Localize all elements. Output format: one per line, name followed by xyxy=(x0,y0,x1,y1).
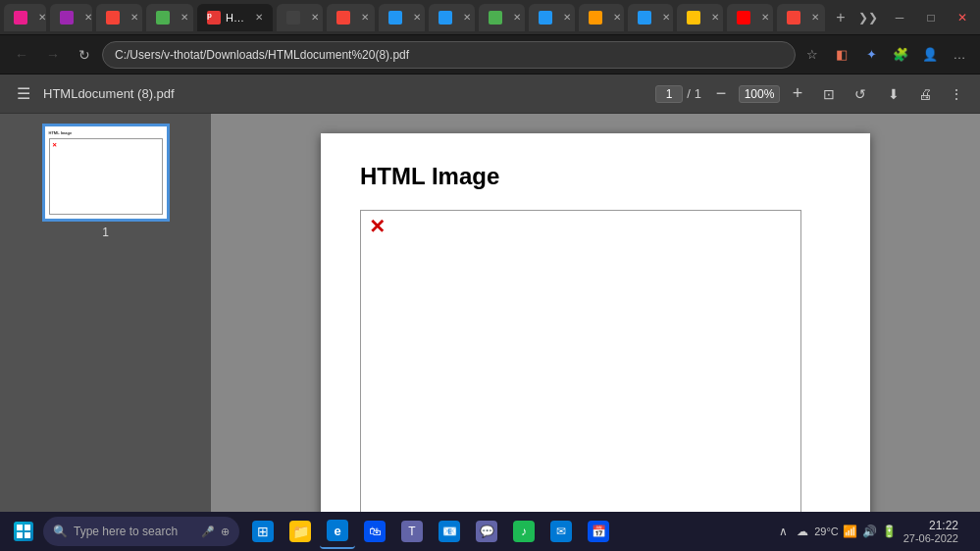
tray-network[interactable]: 📶 xyxy=(843,524,858,539)
browser-tab-tab-plum2[interactable]: Plum✕ xyxy=(50,4,92,31)
taskbar-teams[interactable]: T xyxy=(394,514,430,549)
taskbar-spotify[interactable]: ♪ xyxy=(506,514,542,549)
tab-close-button[interactable]: ✕ xyxy=(761,12,769,23)
taskbar-store[interactable]: 🛍 xyxy=(357,514,392,549)
window-controls: ❯❯ ─ □ ✕ xyxy=(854,4,976,31)
browser-tab-tab-micro1[interactable]: Micro...✕ xyxy=(429,4,475,31)
taskbar-search-camera[interactable]: ⊕ xyxy=(221,526,230,538)
forward-button[interactable]: → xyxy=(39,41,67,69)
tab-close-button[interactable]: ✕ xyxy=(38,12,46,23)
tab-close-button[interactable]: ✕ xyxy=(563,12,571,23)
pdf-menu-button[interactable]: ☰ xyxy=(10,80,37,108)
browser-tab-tab-pdf[interactable]: pHTMLdocument (8).pdf✕ xyxy=(197,4,273,31)
fit-page-button[interactable]: ⊡ xyxy=(815,80,843,108)
taskbar-task-view[interactable]: ⊞ xyxy=(245,514,281,549)
svg-rect-3 xyxy=(25,532,30,538)
chat-icon: 💬 xyxy=(476,521,497,542)
browser-tab-tab-flow[interactable]: Flow...✕ xyxy=(579,4,623,31)
copilot-icon[interactable]: ✦ xyxy=(858,42,884,68)
start-button[interactable] xyxy=(6,514,41,549)
pdf-download-button[interactable]: ⬇ xyxy=(880,80,907,108)
taskbar-calendar[interactable]: 📅 xyxy=(581,514,616,549)
browser-tab-tab-how[interactable]: How ...✕ xyxy=(628,4,673,31)
browser-tab-tab-plum1[interactable]: Plum✕ xyxy=(4,4,46,31)
tabs-expand-button[interactable]: ❯❯ xyxy=(854,4,882,31)
show-desktop-button[interactable] xyxy=(964,514,974,549)
taskbar-edge[interactable]: e xyxy=(320,514,355,549)
browser-tab-tab-agree[interactable]: Agree...✕ xyxy=(146,4,193,31)
tab-close-button[interactable]: ✕ xyxy=(181,12,188,23)
pdf-page-separator: / xyxy=(687,86,691,101)
reload-button[interactable]: ↻ xyxy=(71,41,98,69)
zoom-in-button[interactable]: + xyxy=(784,80,811,108)
browser-tab-tab-test[interactable]: Testh...✕ xyxy=(277,4,323,31)
rotate-button[interactable]: ↺ xyxy=(847,80,874,108)
tab-close-button[interactable]: ✕ xyxy=(361,12,369,23)
tab-close-button[interactable]: ✕ xyxy=(311,12,319,23)
browser-tab-tab-tube[interactable]: You T...✕ xyxy=(727,4,773,31)
browser-tab-tab-power2[interactable]: Power...✕ xyxy=(777,4,825,31)
maximize-button[interactable]: □ xyxy=(917,4,945,31)
tab-close-button[interactable]: ✕ xyxy=(613,12,621,23)
main-area: HTML Image ✕ 1 HTML Image ✕ xyxy=(0,114,980,512)
tab-favicon xyxy=(589,11,602,25)
taskbar-mail[interactable]: ✉ xyxy=(543,514,579,549)
extensions-icon[interactable]: 🧩 xyxy=(888,42,913,68)
tray-weather[interactable]: ☁ xyxy=(795,524,810,539)
browser-tab-tab-docu[interactable]: Docu...✕ xyxy=(529,4,575,31)
thumb-broken-icon: ✕ xyxy=(52,141,57,148)
taskbar: 🔍 Type here to search 🎤 ⊕ ⊞ 📁 e 🛍 T 📧 💬 … xyxy=(0,512,980,551)
tab-favicon xyxy=(286,11,300,25)
favorites-icon[interactable]: ☆ xyxy=(799,42,825,68)
thumbnail-frame: HTML Image ✕ xyxy=(42,124,170,222)
pdf-page-input[interactable] xyxy=(655,85,683,103)
tab-close-button[interactable]: ✕ xyxy=(413,12,421,23)
tab-close-button[interactable]: ✕ xyxy=(84,12,92,23)
tab-favicon xyxy=(336,11,350,25)
zoom-out-button[interactable]: − xyxy=(707,80,735,108)
back-button[interactable]: ← xyxy=(8,41,35,69)
tab-close-button[interactable]: ✕ xyxy=(255,12,263,23)
tab-close-button[interactable]: ✕ xyxy=(130,12,138,23)
tab-close-button[interactable]: ✕ xyxy=(513,12,521,23)
tray-battery[interactable]: 🔋 xyxy=(882,524,898,539)
minimize-button[interactable]: ─ xyxy=(886,4,913,31)
tab-favicon xyxy=(787,11,800,25)
user-profile-icon[interactable]: 👤 xyxy=(917,42,943,68)
taskbar-search-box[interactable]: 🔍 Type here to search 🎤 ⊕ xyxy=(43,517,239,546)
pdf-print-button[interactable]: 🖨 xyxy=(911,80,939,108)
browser-tab-tab-red[interactable]: Micro...✕ xyxy=(96,4,142,31)
pdf-zoom-input[interactable] xyxy=(739,85,780,103)
taskbar-clock[interactable]: 21:22 27-06-2022 xyxy=(903,519,958,544)
url-input[interactable] xyxy=(102,41,796,69)
settings-more-icon[interactable]: … xyxy=(947,42,972,68)
tab-favicon xyxy=(388,11,402,25)
taskbar-outlook[interactable]: 📧 xyxy=(432,514,467,549)
tab-close-button[interactable]: ✕ xyxy=(711,12,719,23)
browser-tab-tab-msd[interactable]: MS D...✕ xyxy=(379,4,425,31)
taskbar-chat[interactable]: 💬 xyxy=(469,514,504,549)
browser-tab-tab-using[interactable]: using...✕ xyxy=(479,4,525,31)
start-icon xyxy=(14,522,33,541)
browser-tab-tab-micro2[interactable]: Micro...✕ xyxy=(677,4,723,31)
pdf-content-area[interactable]: HTML Image ✕ xyxy=(211,114,980,512)
tab-favicon xyxy=(638,11,651,25)
taskbar-right-area: ∧ ☁ 29°C 📶 🔊 🔋 21:22 27-06-2022 xyxy=(775,514,974,549)
browser-tab-tab-power1[interactable]: Power...✕ xyxy=(327,4,375,31)
thumbnail-item-1[interactable]: HTML Image ✕ 1 xyxy=(42,124,170,239)
task-view-icon: ⊞ xyxy=(252,521,274,542)
taskbar-file-explorer[interactable]: 📁 xyxy=(283,514,318,549)
tab-close-button[interactable]: ✕ xyxy=(463,12,471,23)
pdf-page: HTML Image ✕ xyxy=(321,133,870,512)
mail-icon: ✉ xyxy=(550,521,572,542)
edge-sidebar-icon[interactable]: ◧ xyxy=(829,42,854,68)
close-button[interactable]: ✕ xyxy=(949,4,976,31)
tab-close-button[interactable]: ✕ xyxy=(811,12,819,23)
tray-temperature: 29°C xyxy=(814,526,839,537)
pdf-more-button[interactable]: ⋮ xyxy=(943,80,970,108)
tray-sound[interactable]: 🔊 xyxy=(862,524,878,539)
tray-expand[interactable]: ∧ xyxy=(775,524,791,539)
taskbar-search-mic[interactable]: 🎤 xyxy=(201,526,215,538)
tab-close-button[interactable]: ✕ xyxy=(662,12,670,23)
new-tab-button[interactable]: + xyxy=(827,4,854,31)
